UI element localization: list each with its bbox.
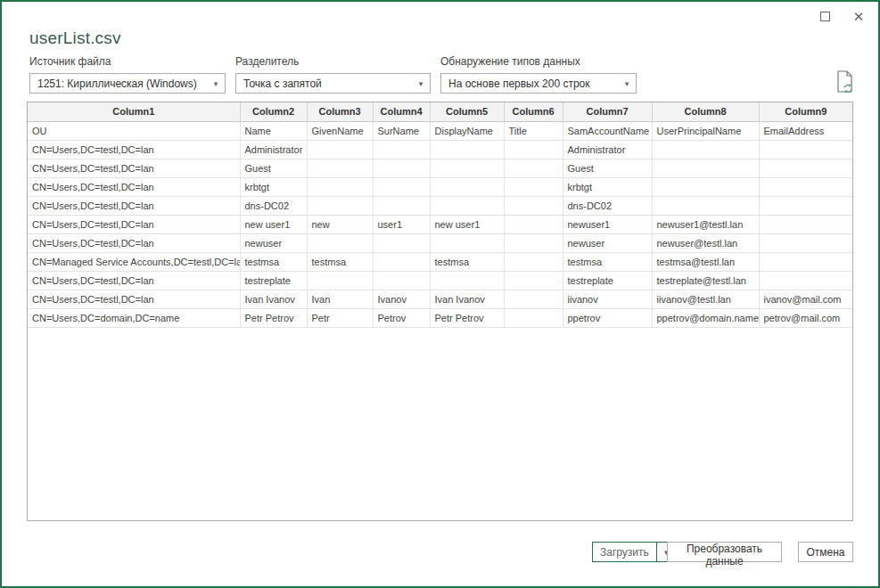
table-cell: [652, 140, 759, 159]
table-cell: [430, 271, 504, 290]
table-cell: CN=Managed Service Accounts,DC=testl,DC=…: [28, 252, 240, 271]
table-cell: UserPrincipalName: [652, 121, 759, 140]
table-cell: iivanov@testl.lan: [652, 290, 759, 308]
load-button[interactable]: Загрузить: [593, 543, 656, 561]
table-cell: [504, 308, 563, 327]
page-title: userList.csv: [29, 29, 121, 48]
table-cell: ppetrov@domain.name: [652, 308, 759, 327]
table-cell: [652, 196, 759, 215]
table-cell: CN=Users,DC=testl,DC=lan: [28, 140, 240, 159]
table-cell: Administrator: [563, 140, 652, 159]
table-row: CN=Users,DC=testl,DC=lankrbtgtkrbtgt: [28, 177, 852, 196]
table-cell: Petr: [307, 308, 373, 327]
table-cell: [504, 215, 563, 233]
table-cell: CN=Users,DC=testl,DC=lan: [28, 177, 240, 196]
table-row: CN=Users,DC=testl,DC=lannewusernewuserne…: [28, 233, 852, 252]
table-cell: newuser: [563, 233, 652, 252]
table-cell: [307, 177, 373, 196]
table-cell: [504, 252, 563, 271]
table-cell: [504, 290, 563, 308]
table-cell: [430, 140, 504, 159]
chevron-down-icon: ▾: [207, 79, 225, 88]
table-cell: [430, 177, 504, 196]
table-cell: [307, 196, 373, 215]
column-header: Column1: [28, 102, 240, 121]
table-cell: [373, 177, 430, 196]
table-cell: Guest: [563, 159, 652, 177]
table-cell: [759, 252, 852, 271]
table-cell: newuser1: [563, 215, 652, 233]
table-cell: [759, 271, 852, 290]
table-cell: krbtgt: [563, 177, 652, 196]
table-cell: [307, 140, 373, 159]
table-cell: dns-DC02: [240, 196, 307, 215]
table-row: CN=Users,DC=testl,DC=lannew user1newuser…: [28, 215, 852, 233]
table-row: CN=Users,DC=testl,DC=lanGuestGuest: [28, 159, 852, 177]
csv-import-dialog: ✕ userList.csv Источник файла 1251: Кири…: [0, 0, 880, 588]
table-cell: GivenName: [307, 121, 373, 140]
table-cell: [759, 215, 852, 233]
delimiter-value: Точка с запятой: [236, 78, 412, 90]
column-header: Column6: [504, 102, 563, 121]
table-cell: [504, 140, 563, 159]
table-cell: [759, 140, 852, 159]
table-cell: new user1: [430, 215, 504, 233]
refresh-preview-button[interactable]: [833, 69, 858, 94]
table-cell: testmsa: [307, 252, 373, 271]
table-cell: [373, 159, 430, 177]
table-cell: SamAccountName: [563, 121, 652, 140]
table-cell: Ivan Ivanov: [240, 290, 307, 308]
table-cell: iivanov: [563, 290, 652, 308]
table-cell: SurName: [373, 121, 430, 140]
table-cell: Petr Petrov: [240, 308, 307, 327]
load-split-button[interactable]: Загрузить ▾: [592, 542, 677, 562]
table-cell: newuser1@testl.lan: [652, 215, 759, 233]
table-cell: [307, 271, 373, 290]
column-header: Column7: [563, 102, 652, 121]
table-row: CN=Users,DC=testl,DC=landns-DC02dns-DC02: [28, 196, 852, 215]
close-button[interactable]: ✕: [846, 5, 871, 27]
table-cell: [504, 159, 563, 177]
table-cell: Title: [504, 121, 563, 140]
delimiter-select[interactable]: Точка с запятой ▾: [235, 73, 431, 94]
file-origin-label: Источник файла: [29, 55, 111, 68]
type-detection-select[interactable]: На основе первых 200 строк ▾: [440, 73, 637, 94]
table-cell: newuser: [240, 233, 307, 252]
table-cell: CN=Users,DC=testl,DC=lan: [28, 215, 240, 233]
table-cell: testreplate@testl.lan: [652, 271, 759, 290]
table-cell: user1: [373, 215, 430, 233]
file-origin-select[interactable]: 1251: Кириллическая (Windows) ▾: [29, 73, 226, 94]
table-cell: testmsa: [563, 252, 652, 271]
window-controls: ✕: [812, 5, 871, 27]
table-cell: [759, 196, 852, 215]
cancel-button[interactable]: Отмена: [798, 542, 853, 562]
transform-data-button[interactable]: Преобразовать данные: [667, 542, 782, 562]
column-header: Column8: [652, 102, 759, 121]
table-cell: CN=Users,DC=testl,DC=lan: [28, 196, 240, 215]
table-row: CN=Managed Service Accounts,DC=testl,DC=…: [28, 252, 852, 271]
table-row: CN=Users,DC=testl,DC=lanIvan IvanovIvanI…: [28, 290, 852, 308]
table-cell: DisplayName: [430, 121, 504, 140]
column-header: Column9: [759, 102, 852, 121]
type-detection-value: На основе первых 200 строк: [441, 78, 618, 90]
maximize-button[interactable]: [812, 5, 837, 27]
table-cell: Ivan: [307, 290, 373, 308]
table-cell: CN=Users,DC=testl,DC=lan: [28, 290, 240, 308]
maximize-icon: [820, 12, 830, 21]
table-cell: [504, 271, 563, 290]
table-cell: [504, 233, 563, 252]
table-cell: [759, 159, 852, 177]
type-detection-label: Обнаружение типов данных: [440, 55, 580, 68]
table-cell: new: [307, 215, 373, 233]
table-cell: krbtgt: [240, 177, 307, 196]
table-cell: EmailAddress: [759, 121, 852, 140]
table-cell: testreplate: [563, 271, 652, 290]
table-row: CN=Users,DC=domain,DC=namePetr PetrovPet…: [28, 308, 852, 327]
column-header: Column5: [430, 102, 504, 121]
table-cell: [652, 159, 759, 177]
file-origin-value: 1251: Кириллическая (Windows): [30, 78, 207, 90]
column-header: Column2: [240, 102, 307, 121]
header-row: Column1Column2Column3Column4Column5Colum…: [28, 102, 852, 121]
close-icon: ✕: [853, 10, 865, 23]
table-cell: CN=Users,DC=testl,DC=lan: [28, 233, 240, 252]
